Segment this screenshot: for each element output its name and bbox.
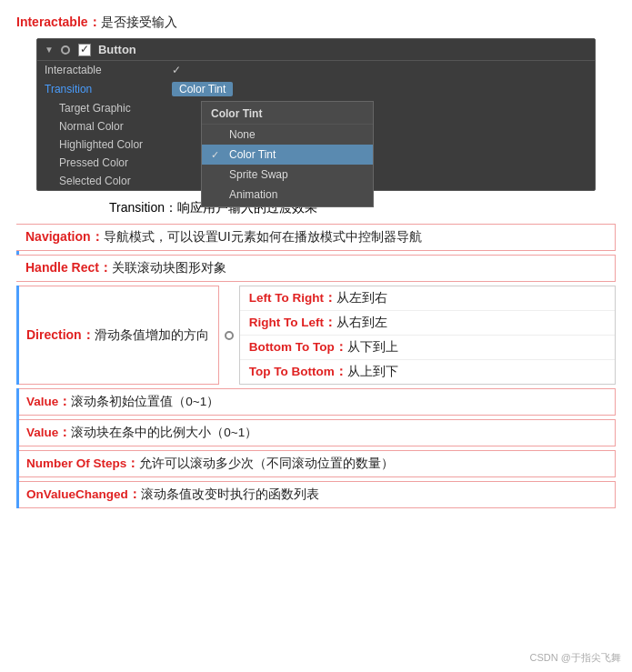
interactable-row-label: Interactable — [45, 64, 172, 76]
dropdown-item-none[interactable]: None — [202, 125, 373, 145]
highlighted-color-label: Highlighted Color — [45, 138, 172, 151]
transition-value[interactable]: Color Tint — [172, 82, 233, 96]
direction-left-line — [16, 286, 19, 385]
dropdown-item-animation[interactable]: Animation — [202, 185, 373, 205]
btt-desc: 从下到上 — [347, 339, 398, 356]
bottom-left-line — [16, 388, 19, 508]
top-annotation: Interactable： 是否接受输入 — [0, 9, 632, 35]
direction-item-ttb: Top To Bottom： 从上到下 — [240, 360, 615, 384]
direction-section: Direction： 滑动条值增加的方向 Left To Right： 从左到右… — [16, 286, 616, 385]
animation-check-icon — [211, 189, 224, 200]
transition-row-label: Transition — [45, 83, 172, 95]
page-container: Interactable： 是否接受输入 ▼ Button Interactab… — [0, 0, 632, 672]
direction-desc: 滑动条值增加的方向 — [95, 327, 209, 344]
row-interactable: Interactable ✓ — [37, 61, 595, 79]
watermark: CSDN @于指尖飞舞 — [530, 651, 621, 665]
navigation-section: Navigation： 导航模式，可以设置UI元素如何在播放模式中控制器导航 — [16, 224, 616, 251]
navigation-label: Navigation： — [25, 229, 104, 246]
navigation-desc: 导航模式，可以设置UI元素如何在播放模式中控制器导航 — [104, 229, 422, 246]
dropdown-header: Color Tint — [202, 104, 373, 125]
interactable-label: Interactable： — [16, 15, 101, 31]
collapse-icon[interactable]: ▼ — [45, 45, 54, 55]
handle-rect-desc: 关联滚动块图形对象 — [112, 260, 226, 276]
value-row-1: Value： 滚动条初始位置值（0~1） — [16, 388, 616, 416]
direction-connector — [219, 286, 239, 385]
row-transition: Transition Color Tint Color Tint None ✓ … — [37, 79, 595, 99]
dropdown-item-spriteswap[interactable]: Sprite Swap — [202, 165, 373, 185]
direction-label: Direction： — [26, 327, 95, 344]
value1-label: Value： — [26, 394, 71, 410]
ttb-desc: 从上到下 — [347, 364, 398, 380]
selected-color-label: Selected Color — [45, 175, 172, 187]
rtl-label: Right To Left： — [249, 315, 336, 331]
direction-right-box: Left To Right： 从左到右 Right To Left： 从右到左 … — [239, 286, 616, 385]
btt-label: Bottom To Top： — [249, 339, 347, 356]
ttb-label: Top To Bottom： — [249, 364, 347, 380]
direction-item-ltr: Left To Right： 从左到右 — [240, 286, 615, 311]
onvaluechanged-desc: 滚动条值改变时执行的函数列表 — [141, 486, 319, 503]
interactable-check[interactable]: ✓ — [172, 64, 181, 76]
animation-label: Animation — [229, 188, 277, 201]
value-row-2: Value： 滚动块在条中的比例大小（0~1） — [16, 419, 616, 446]
value2-label: Value： — [26, 425, 71, 441]
value2-desc: 滚动块在条中的比例大小（0~1） — [71, 425, 257, 441]
direction-item-btt: Bottom To Top： 从下到上 — [240, 336, 615, 360]
connector-circle — [225, 331, 234, 340]
handle-rect-label: Handle Rect： — [25, 260, 112, 276]
target-graphic-label: Target Graphic — [45, 102, 172, 115]
interactable-description: 是否接受输入 — [101, 15, 177, 31]
unity-panel: ▼ Button Interactable ✓ Transition Color… — [36, 38, 596, 191]
none-label: None — [229, 128, 256, 141]
enable-checkbox[interactable] — [78, 44, 91, 56]
direction-left-box: Direction： 滑动条值增加的方向 — [16, 286, 219, 385]
bottom-rows: Value： 滚动条初始位置值（0~1） Value： 滚动块在条中的比例大小（… — [16, 388, 616, 508]
panel-title: Button — [98, 43, 136, 56]
ltr-label: Left To Right： — [249, 290, 336, 306]
spriteswap-check-icon — [211, 169, 224, 180]
steps-label: Number Of Steps： — [26, 456, 139, 472]
value1-desc: 滚动条初始位置值（0~1） — [71, 394, 219, 410]
ltr-desc: 从左到右 — [336, 290, 387, 306]
dropdown-item-colortint[interactable]: ✓ Color Tint — [202, 145, 373, 165]
rtl-desc: 从右到左 — [336, 315, 387, 331]
normal-color-label: Normal Color — [45, 120, 172, 133]
pressed-color-label: Pressed Color — [45, 156, 172, 169]
colortint-label: Color Tint — [229, 148, 276, 161]
none-check-icon — [211, 129, 224, 140]
handle-rect-section: Handle Rect： 关联滚动块图形对象 — [16, 255, 616, 282]
onvaluechanged-row: OnValueChanged： 滚动条值改变时执行的函数列表 — [16, 481, 616, 508]
transition-dropdown[interactable]: Color Tint None ✓ Color Tint Sprite Swap… — [201, 101, 374, 207]
colortint-check-icon: ✓ — [211, 149, 224, 161]
component-circle-icon — [61, 45, 70, 55]
steps-desc: 允许可以滚动多少次（不同滚动位置的数量） — [139, 456, 394, 472]
transition-annotation-label: Transition： — [109, 200, 177, 216]
panel-header: ▼ Button — [37, 39, 595, 61]
sections-container: Navigation： 导航模式，可以设置UI元素如何在播放模式中控制器导航 H… — [16, 224, 616, 282]
direction-item-rtl: Right To Left： 从右到左 — [240, 311, 615, 336]
onvaluechanged-label: OnValueChanged： — [26, 486, 141, 503]
number-of-steps-row: Number Of Steps： 允许可以滚动多少次（不同滚动位置的数量） — [16, 450, 616, 477]
spriteswap-label: Sprite Swap — [229, 168, 288, 181]
